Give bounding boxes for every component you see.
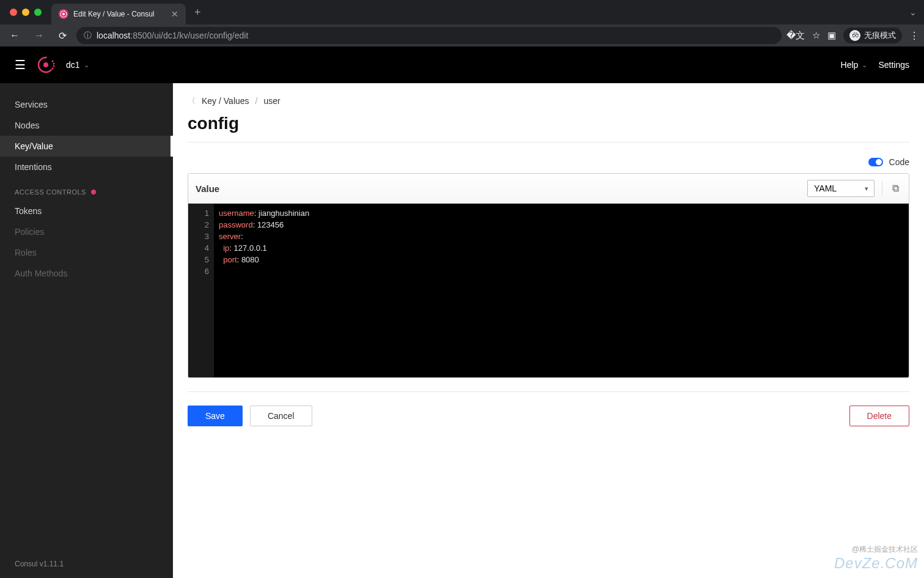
editor-value-label: Value [196, 183, 807, 194]
consul-logo-icon[interactable] [37, 56, 55, 74]
svg-point-7 [52, 68, 54, 70]
incognito-icon: 👓︎ [849, 30, 860, 41]
translate-icon[interactable]: �文 [787, 30, 805, 42]
code-lines[interactable]: username: jianghushinianpassword: 123456… [214, 204, 909, 377]
window-close[interactable] [10, 9, 17, 16]
window-controls [10, 9, 42, 16]
copy-icon[interactable]: ⧉ [890, 180, 901, 196]
page-title: config [188, 114, 909, 143]
hamburger-menu-icon[interactable]: ☰ [15, 57, 26, 72]
nav-forward-icon[interactable]: → [29, 28, 49, 43]
settings-label: Settings [878, 60, 909, 70]
divider [882, 181, 882, 196]
sidebar-item-auth-methods[interactable]: Auth Methods [0, 263, 173, 284]
breadcrumb-parent[interactable]: user [263, 96, 280, 106]
breadcrumb-separator: / [255, 96, 258, 106]
help-menu[interactable]: Help ⌄ [841, 60, 868, 70]
app-root: ☰ dc1 ⌄ Help ⌄ Settings Services [0, 46, 924, 578]
code-toggle-row: Code [188, 157, 909, 167]
tab-title: Edit Key / Value - Consul [73, 10, 166, 18]
breadcrumb-root[interactable]: Key / Values [202, 96, 249, 106]
tabs-dropdown-icon[interactable]: ⌄ [909, 7, 917, 17]
nav-reload-icon[interactable]: ⟳ [54, 28, 72, 44]
sidebar-item-policies[interactable]: Policies [0, 221, 173, 242]
toolbar-right: �文 ☆ ▣ 👓︎ 无痕模式 ⋮ [787, 28, 919, 43]
chevron-down-icon: ⌄ [84, 61, 89, 69]
code-toggle[interactable] [868, 158, 883, 166]
app-body: Services Nodes Key/Value Intentions ACCE… [0, 83, 924, 578]
datacenter-selector[interactable]: dc1 ⌄ [66, 60, 89, 70]
sidebar-item-tokens[interactable]: Tokens [0, 201, 173, 221]
svg-point-3 [43, 62, 48, 67]
address-bar[interactable]: ⓘ localhost:8500/ui/dc1/kv/user/config/e… [76, 27, 782, 44]
tab-favicon-icon [59, 9, 68, 19]
breadcrumb-back-icon[interactable]: 〈 [188, 95, 196, 106]
sidebar-version: Consul v1.11.1 [0, 550, 173, 578]
bookmark-icon[interactable]: ☆ [812, 30, 820, 41]
code-toggle-label: Code [889, 157, 909, 167]
sidebar-item-roles[interactable]: Roles [0, 242, 173, 263]
new-tab-button[interactable]: + [194, 6, 201, 19]
nav-back-icon[interactable]: ← [5, 28, 24, 43]
browser-menu-icon[interactable]: ⋮ [909, 30, 919, 42]
svg-point-6 [53, 65, 55, 67]
breadcrumb: 〈 Key / Values / user [188, 95, 909, 106]
sidebar-item-intentions[interactable]: Intentions [0, 157, 173, 177]
sidebar-section-access-controls: ACCESS CONTROLS [0, 177, 173, 201]
format-select-wrap: YAML [807, 180, 875, 197]
sidebar-item-keyvalue[interactable]: Key/Value [0, 136, 173, 157]
settings-link[interactable]: Settings [878, 60, 909, 70]
divider-line [188, 391, 909, 392]
svg-point-4 [52, 61, 54, 62]
editor-header: Value YAML ⧉ [188, 174, 909, 204]
section-badge-icon [91, 190, 96, 195]
delete-button[interactable]: Delete [849, 406, 909, 426]
window-minimize[interactable] [22, 9, 29, 16]
browser-tab[interactable]: Edit Key / Value - Consul ✕ [51, 4, 186, 24]
app-header: ☰ dc1 ⌄ Help ⌄ Settings [0, 46, 924, 83]
save-button[interactable]: Save [188, 406, 243, 426]
line-gutter: 123456 [188, 204, 214, 377]
section-label: ACCESS CONTROLS [15, 188, 86, 196]
main-content: 〈 Key / Values / user config Code Value … [173, 83, 924, 578]
browser-tab-bar: Edit Key / Value - Consul ✕ + ⌄ [0, 0, 924, 24]
url-text: localhost:8500/ui/dc1/kv/user/config/edi… [97, 31, 248, 40]
chevron-down-icon: ⌄ [862, 61, 867, 69]
editor-card: Value YAML ⧉ 123456 username: jianghushi… [188, 173, 909, 378]
svg-point-5 [53, 63, 55, 65]
svg-point-1 [62, 13, 65, 15]
sidebar-item-nodes[interactable]: Nodes [0, 115, 173, 136]
datacenter-label: dc1 [66, 60, 80, 70]
button-row: Save Cancel Delete [188, 406, 909, 426]
tab-close-icon[interactable]: ✕ [171, 9, 178, 19]
sidebar: Services Nodes Key/Value Intentions ACCE… [0, 83, 173, 578]
incognito-label: 无痕模式 [864, 30, 896, 41]
browser-toolbar: ← → ⟳ ⓘ localhost:8500/ui/dc1/kv/user/co… [0, 24, 924, 46]
format-select[interactable]: YAML [807, 180, 875, 197]
code-editor[interactable]: 123456 username: jianghushinianpassword:… [188, 204, 909, 377]
side-panel-icon[interactable]: ▣ [827, 30, 836, 41]
window-maximize[interactable] [34, 9, 42, 16]
incognito-indicator[interactable]: 👓︎ 无痕模式 [843, 28, 902, 43]
sidebar-item-services[interactable]: Services [0, 94, 173, 115]
help-label: Help [841, 60, 859, 70]
site-info-icon[interactable]: ⓘ [84, 30, 92, 41]
cancel-button[interactable]: Cancel [250, 406, 312, 426]
